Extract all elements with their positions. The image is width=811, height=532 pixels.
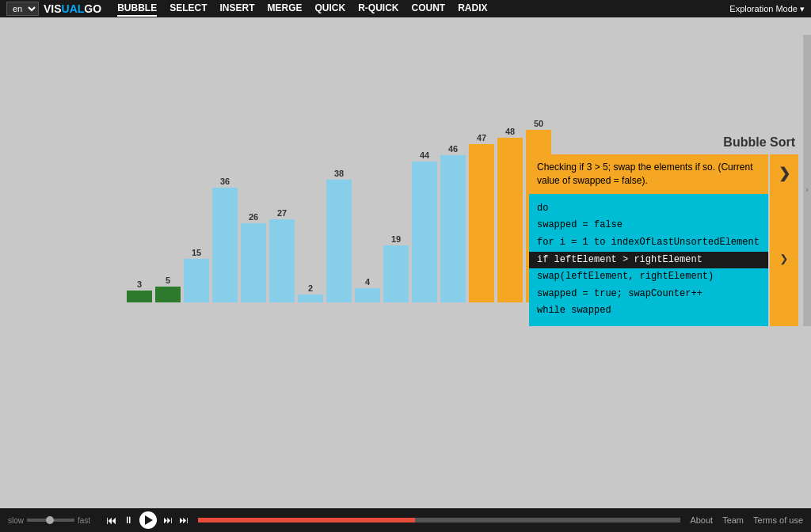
nav-insert[interactable]: INSERT	[219, 1, 254, 17]
bar-label: 5	[166, 276, 170, 285]
nav-merge[interactable]: MERGE	[268, 1, 303, 17]
play-button[interactable]	[139, 511, 157, 529]
status-text: Checking if 3 > 5; swap the elements if …	[537, 162, 752, 186]
speed-slider[interactable]	[27, 519, 74, 522]
bar	[212, 188, 238, 302]
logo: VISUALGO	[44, 2, 101, 15]
nav-rquick[interactable]: R-QUICK	[358, 1, 398, 17]
code-line-0: do	[537, 200, 760, 218]
bar	[440, 155, 466, 302]
nav-quick[interactable]: QUICK	[315, 1, 346, 17]
next-button-1[interactable]: ❯	[770, 154, 798, 194]
play-icon	[145, 515, 153, 525]
team-link[interactable]: Team	[722, 515, 744, 525]
logo-go: GO	[84, 2, 101, 15]
bar-container: 46	[440, 144, 466, 302]
bar-container: 4	[355, 277, 380, 302]
bottom-control-bar: slow fast ⏮ ⏸ ⏭ ⏭ About Team Terms of us…	[0, 508, 811, 532]
bar-container: 3	[127, 279, 152, 302]
bar-label: 50	[534, 119, 543, 128]
terms-link[interactable]: Terms of use	[753, 515, 803, 525]
playback-controls: ⏮ ⏸ ⏭ ⏭	[106, 511, 188, 529]
bar	[241, 223, 266, 302]
bar	[326, 180, 352, 302]
code-line-5: swapped = true; swapCounter++	[537, 286, 760, 303]
bar-label: 38	[334, 169, 344, 178]
logo-vis: VIS	[44, 2, 62, 15]
bar-label: 15	[192, 248, 201, 257]
step-back-button[interactable]: ⏸	[124, 515, 133, 526]
bar-container: 15	[184, 248, 209, 302]
skip-back-button[interactable]: ⏮	[106, 514, 117, 526]
progress-bar[interactable]	[198, 518, 680, 522]
code-line-3: if leftElement > rightElement	[529, 252, 768, 269]
speed-fast-label: fast	[78, 516, 90, 525]
bar-label: 46	[448, 144, 458, 154]
bar	[469, 144, 494, 302]
bar	[355, 288, 380, 302]
scroll-right-indicator[interactable]: ›	[803, 35, 811, 326]
bar-container: 27	[269, 208, 295, 302]
code-line-1: swapped = false	[537, 217, 760, 234]
language-selector[interactable]: en	[6, 2, 39, 16]
visualization-area: 35153626272384194446474850 › Bubble Sort…	[0, 17, 811, 326]
bar-container: 2	[298, 283, 323, 302]
bar-label: 47	[477, 133, 486, 142]
bar-label: 48	[505, 127, 515, 136]
code-line-4: swap(leftElement, rightElement)	[537, 268, 760, 286]
progress-fill	[198, 518, 415, 522]
step-fwd-button[interactable]: ⏭	[163, 515, 173, 526]
bar	[155, 287, 181, 302]
bar-label: 4	[365, 277, 370, 287]
header-bar: en VISUALGO BUBBLE SELECT INSERT MERGE Q…	[0, 0, 811, 17]
bar-label: 26	[249, 212, 258, 222]
about-link[interactable]: About	[690, 515, 713, 525]
nav-select[interactable]: SELECT	[169, 1, 207, 17]
info-panel: Bubble Sort Checking if 3 > 5; swap the …	[529, 135, 798, 326]
chevron-right-icon: ›	[805, 185, 808, 194]
bar-label: 36	[220, 177, 230, 186]
bar-container: 44	[412, 150, 437, 302]
bar-container: 19	[383, 234, 409, 302]
speed-thumb	[46, 516, 54, 524]
panel-title: Bubble Sort	[529, 135, 798, 150]
bar	[412, 162, 437, 302]
bar	[269, 219, 295, 302]
bar-label: 3	[137, 279, 142, 289]
nav-radix[interactable]: RADIX	[458, 1, 487, 17]
bar-label: 2	[308, 283, 313, 293]
nav-bubble[interactable]: BUBBLE	[117, 1, 157, 17]
bar-container: 36	[212, 177, 238, 302]
footer-links: About Team Terms of use	[690, 515, 803, 525]
bar	[383, 245, 409, 302]
bar-container: 48	[497, 127, 523, 302]
skip-fwd-button[interactable]: ⏭	[179, 515, 188, 526]
bar-label: 19	[391, 234, 401, 244]
speed-slow-label: slow	[8, 516, 24, 525]
bar-label: 44	[420, 150, 429, 160]
bar-container: 38	[326, 169, 352, 302]
bar-label: 27	[277, 208, 287, 218]
bar	[184, 259, 209, 302]
code-line-6: while swapped	[537, 302, 760, 320]
code-line-2: for i = 1 to indexOfLastUnsortedElement	[537, 234, 760, 252]
speed-control: slow fast	[8, 516, 90, 525]
code-box: do swapped = false for i = 1 to indexOfL…	[529, 194, 768, 326]
bar	[127, 291, 152, 302]
bar-container: 5	[155, 276, 181, 302]
nav-count[interactable]: COUNT	[412, 1, 446, 17]
status-box: Checking if 3 > 5; swap the elements if …	[529, 154, 768, 194]
next-button-2[interactable]: ❯	[770, 194, 798, 326]
logo-ual: UAL	[62, 2, 85, 15]
bar-container: 26	[241, 212, 266, 302]
bar-container: 47	[469, 133, 494, 302]
exploration-mode-button[interactable]: Exploration Mode ▾	[729, 4, 805, 14]
bar	[497, 138, 523, 302]
nav-bar: BUBBLE SELECT INSERT MERGE QUICK R-QUICK…	[117, 1, 729, 17]
bar	[298, 294, 323, 302]
